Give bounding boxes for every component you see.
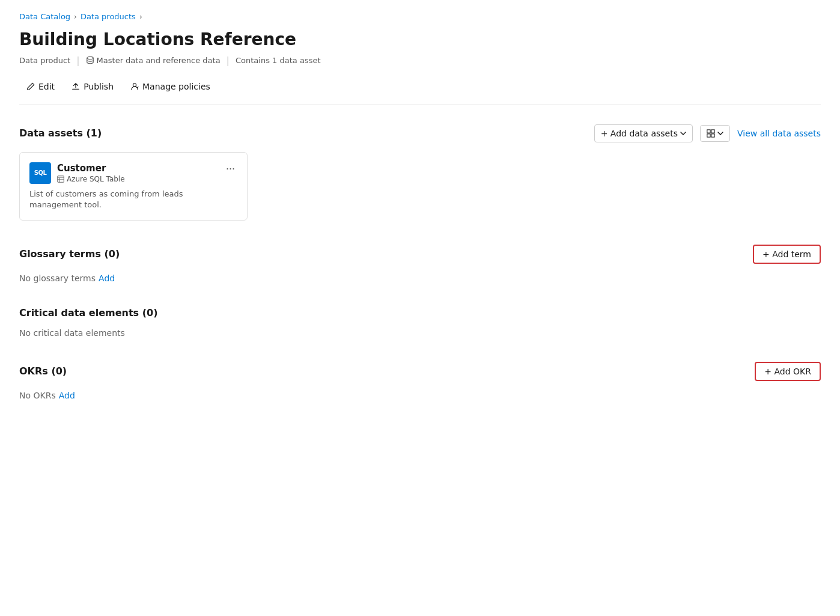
add-term-label: + Add term [762,249,811,259]
glossary-terms-actions: + Add term [753,245,821,264]
meta-assets: Contains 1 data asset [236,56,321,65]
grid-chevron-icon [717,131,723,136]
breadcrumb-data-products[interactable]: Data products [81,12,136,21]
svg-rect-2 [707,129,710,132]
svg-rect-4 [707,133,710,136]
add-okr-label: + Add OKR [764,367,811,376]
glossary-terms-empty-text: No glossary terms [19,273,96,283]
add-data-assets-button[interactable]: + Add data assets [594,124,693,142]
table-icon [57,175,64,183]
edit-button[interactable]: Edit [19,78,62,95]
svg-point-1 [133,83,136,86]
glossary-terms-title: Glossary terms (0) [19,248,120,260]
critical-data-elements-empty-text: No critical data elements [19,328,125,338]
manage-policies-icon [130,82,139,91]
publish-label: Publish [84,82,114,91]
chevron-down-icon [680,131,686,136]
svg-point-0 [87,56,93,59]
grid-view-button[interactable] [700,125,730,142]
asset-description: List of customers as coming from leads m… [29,189,237,210]
glossary-add-inline-link[interactable]: Add [99,273,115,283]
meta-category: Master data and reference data [86,56,221,65]
page-title: Building Locations Reference [19,29,821,50]
okrs-header: OKRs (0) + Add OKR [19,362,821,381]
data-assets-section: Data assets (1) + Add data assets [19,124,821,221]
svg-rect-5 [711,133,714,136]
data-assets-header: Data assets (1) + Add data assets [19,124,821,142]
toolbar: Edit Publish Manage policies [19,78,821,105]
asset-type: Azure SQL Table [57,175,125,183]
edit-icon [26,82,35,91]
breadcrumb-sep-1: › [74,13,77,21]
add-term-button[interactable]: + Add term [753,245,821,264]
critical-data-elements-section: Critical data elements (0) No critical d… [19,307,821,338]
okrs-empty: No OKRs Add [19,391,821,400]
data-asset-card-title-row: SQL Customer Azure SQL Table [29,162,125,184]
critical-data-elements-title: Critical data elements (0) [19,307,157,319]
okrs-actions: + Add OKR [755,362,821,381]
sql-icon: SQL [29,162,51,184]
glossary-terms-section: Glossary terms (0) + Add term No glossar… [19,245,821,283]
svg-rect-3 [711,129,714,132]
meta-sep-1: | [76,55,79,66]
asset-more-button[interactable]: ··· [224,162,237,175]
data-asset-card: SQL Customer Azure SQL Table ··· [19,152,248,221]
database-icon [86,56,94,64]
data-assets-title: Data assets (1) [19,127,102,139]
data-assets-actions: + Add data assets View all data assets [594,124,821,142]
page-meta: Data product | Master data and reference… [19,55,821,66]
asset-name: Customer [57,163,125,174]
manage-policies-label: Manage policies [142,82,210,91]
add-data-assets-label: + Add data assets [601,129,678,138]
okrs-add-inline-link[interactable]: Add [59,391,75,400]
edit-label: Edit [38,82,55,91]
view-all-data-assets-link[interactable]: View all data assets [737,129,821,138]
critical-data-elements-header: Critical data elements (0) [19,307,821,319]
publish-button[interactable]: Publish [64,78,121,95]
breadcrumb-data-catalog[interactable]: Data Catalog [19,12,70,21]
breadcrumb: Data Catalog › Data products › [19,12,821,21]
okrs-section: OKRs (0) + Add OKR No OKRs Add [19,362,821,400]
critical-data-elements-empty: No critical data elements [19,328,821,338]
add-okr-button[interactable]: + Add OKR [755,362,821,381]
data-asset-card-header: SQL Customer Azure SQL Table ··· [29,162,237,184]
okrs-title: OKRs (0) [19,365,67,377]
grid-icon [707,129,715,138]
publish-icon [72,82,80,91]
svg-rect-6 [58,175,64,182]
asset-type-label: Azure SQL Table [67,175,125,183]
okrs-empty-text: No OKRs [19,391,56,400]
meta-sep-2: | [227,55,230,66]
meta-category-label: Master data and reference data [97,56,221,65]
meta-type: Data product [19,56,70,65]
manage-policies-button[interactable]: Manage policies [123,78,218,95]
glossary-terms-empty: No glossary terms Add [19,273,821,283]
glossary-terms-header: Glossary terms (0) + Add term [19,245,821,264]
breadcrumb-sep-2: › [139,13,142,21]
